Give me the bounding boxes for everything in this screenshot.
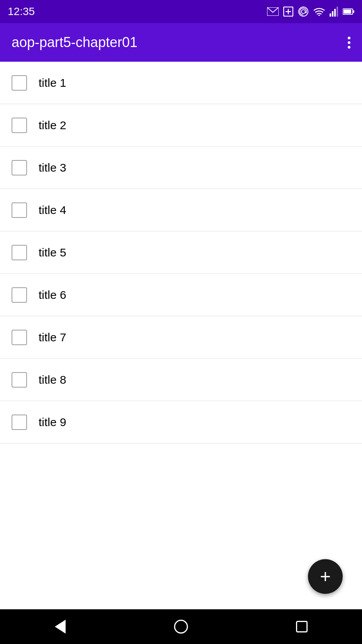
list-item: title 9 [0,401,362,443]
svg-point-6 [318,15,320,16]
wifi-icon [313,7,325,16]
checkbox-5[interactable] [12,245,27,260]
checkbox-6[interactable] [12,287,27,303]
at-icon [298,6,309,17]
svg-rect-8 [332,11,333,17]
vertical-dots-icon [348,37,350,49]
checkbox-8[interactable] [12,372,27,388]
recents-icon [296,621,308,632]
list-item: title 5 [0,231,362,274]
status-bar: 12:35 [0,0,362,23]
checkbox-3[interactable] [12,160,27,175]
list-item: title 1 [0,62,362,104]
svg-rect-7 [330,13,331,17]
signal-icon [330,7,338,17]
checkbox-4[interactable] [12,202,27,218]
list-item: title 4 [0,189,362,231]
home-icon [174,620,188,634]
app-title: aop-part5-chapter01 [12,34,137,51]
svg-rect-13 [343,10,351,13]
checkbox-9[interactable] [12,415,27,430]
status-time: 12:35 [8,5,35,18]
item-label-2: title 2 [39,119,66,132]
gmail-icon [267,7,279,16]
svg-rect-9 [334,9,336,17]
back-icon [55,620,66,634]
checkbox-7[interactable] [12,330,27,345]
list-item: title 2 [0,104,362,147]
battery-icon [343,8,354,15]
list-item: title 6 [0,274,362,316]
item-label-8: title 8 [39,373,66,386]
home-button[interactable] [169,615,193,638]
back-button[interactable] [49,615,72,638]
nav-bar [0,609,362,644]
svg-point-5 [301,10,305,13]
app-bar: aop-part5-chapter01 [0,23,362,62]
recents-button[interactable] [290,615,313,638]
list-item: title 8 [0,359,362,401]
checkbox-2[interactable] [12,118,27,133]
checklist-content: title 1 title 2 title 3 title 4 title 5 … [0,62,362,609]
calendar-icon [283,7,293,17]
item-label-1: title 1 [39,76,66,89]
svg-rect-12 [353,10,354,13]
checkbox-1[interactable] [12,75,27,91]
more-options-button[interactable] [348,37,350,49]
item-label-6: title 6 [39,288,66,302]
add-item-fab[interactable]: + [308,559,343,594]
item-label-9: title 9 [39,416,66,429]
list-item: title 3 [0,147,362,189]
item-label-3: title 3 [39,161,66,174]
item-label-7: title 7 [39,331,66,344]
item-label-5: title 5 [39,246,66,259]
status-icons [267,6,354,17]
item-label-4: title 4 [39,204,66,217]
svg-rect-10 [337,7,338,17]
list-item: title 7 [0,316,362,359]
add-icon: + [320,567,331,586]
